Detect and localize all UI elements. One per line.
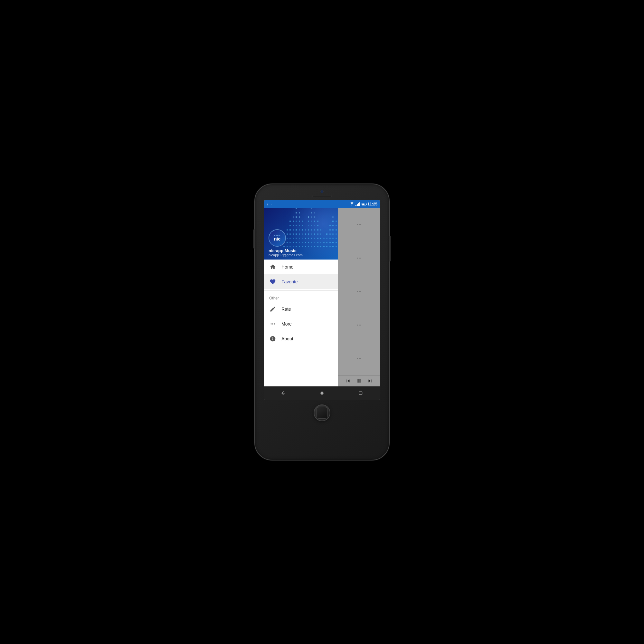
home-icon xyxy=(269,263,276,270)
menu-item-about[interactable]: About xyxy=(264,331,338,346)
drawer-menu: Home Favorite Other xyxy=(264,260,338,386)
dots-1 xyxy=(357,224,361,225)
phone-top xyxy=(255,184,389,200)
dot xyxy=(359,358,360,359)
drawer-username: nic-app Music xyxy=(269,248,303,253)
dots-3 xyxy=(357,291,361,292)
menu-item-rate[interactable]: Rate xyxy=(264,302,338,317)
drawer-user-info: nic-app Music nicapp17@gmail.com xyxy=(269,248,303,257)
svg-point-0 xyxy=(352,205,352,206)
svg-point-1 xyxy=(320,392,323,394)
battery-icon xyxy=(362,203,366,205)
home-button-inner xyxy=(316,407,328,419)
recent-apps-button[interactable] xyxy=(354,387,367,400)
prev-button[interactable] xyxy=(345,378,351,384)
status-left: ♪ ○ xyxy=(267,203,271,206)
phone-frame: ♪ ○ xyxy=(254,184,390,460)
dot xyxy=(360,358,361,359)
info-icon xyxy=(269,335,276,342)
avatar-text-main: nic xyxy=(274,236,280,241)
circle-status-icon: ○ xyxy=(270,203,271,206)
dot xyxy=(359,325,360,326)
drawer-email: nicapp17@gmail.com xyxy=(269,253,303,257)
screen: ♪ ○ xyxy=(264,200,380,400)
menu-item-home[interactable]: Home xyxy=(264,260,338,274)
dot xyxy=(359,291,360,292)
signal-icon xyxy=(355,202,360,206)
home-button[interactable] xyxy=(314,404,330,421)
more-icon xyxy=(269,320,276,327)
pause-button[interactable] xyxy=(356,378,362,384)
menu-label-favorite: Favorite xyxy=(281,279,298,284)
drawer-header: Music nic nic-app Music nicapp17@gmail.c… xyxy=(264,208,338,260)
menu-label-about: About xyxy=(281,336,293,341)
menu-item-favorite[interactable]: Favorite xyxy=(264,274,338,289)
next-button[interactable] xyxy=(367,378,373,384)
screen-content: Music nic nic-app Music nicapp17@gmail.c… xyxy=(264,208,380,386)
status-right: 11:25 xyxy=(350,202,377,206)
status-bar: ♪ ○ xyxy=(264,200,380,208)
main-content-area xyxy=(338,208,380,375)
camera xyxy=(320,190,324,193)
phone-bottom xyxy=(314,400,330,428)
menu-divider xyxy=(264,290,338,291)
menu-label-rate: Rate xyxy=(281,307,291,312)
main-panel xyxy=(338,208,380,386)
main-panel-content xyxy=(338,208,380,386)
dots-2 xyxy=(357,258,361,259)
music-status-icon: ♪ xyxy=(267,203,268,206)
dot xyxy=(357,224,358,225)
navigation-drawer: Music nic nic-app Music nicapp17@gmail.c… xyxy=(264,208,338,386)
avatar: Music nic xyxy=(269,229,286,247)
favorite-icon xyxy=(269,278,276,285)
dot xyxy=(359,224,360,225)
menu-label-home: Home xyxy=(281,264,293,270)
dot xyxy=(360,325,361,326)
dots-4 xyxy=(357,325,361,326)
menu-item-more[interactable]: More xyxy=(264,317,338,331)
home-nav-button[interactable] xyxy=(316,387,328,400)
menu-label-more: More xyxy=(281,321,292,327)
player-controls xyxy=(338,375,380,386)
dot xyxy=(357,291,358,292)
dot xyxy=(360,291,361,292)
equalizer-bg xyxy=(283,208,338,250)
speaker xyxy=(312,195,332,197)
svg-rect-2 xyxy=(359,392,362,394)
dot xyxy=(357,325,358,326)
wifi-icon xyxy=(350,202,354,206)
rate-icon xyxy=(269,306,276,313)
dot xyxy=(360,258,361,259)
menu-section-other: Other xyxy=(264,292,338,302)
dot xyxy=(357,358,358,359)
back-button[interactable] xyxy=(277,387,290,400)
dot xyxy=(359,258,360,259)
dot xyxy=(357,258,358,259)
dot xyxy=(360,224,361,225)
dots-5 xyxy=(357,358,361,359)
status-time: 11:25 xyxy=(367,202,377,206)
bottom-navigation xyxy=(264,386,380,400)
